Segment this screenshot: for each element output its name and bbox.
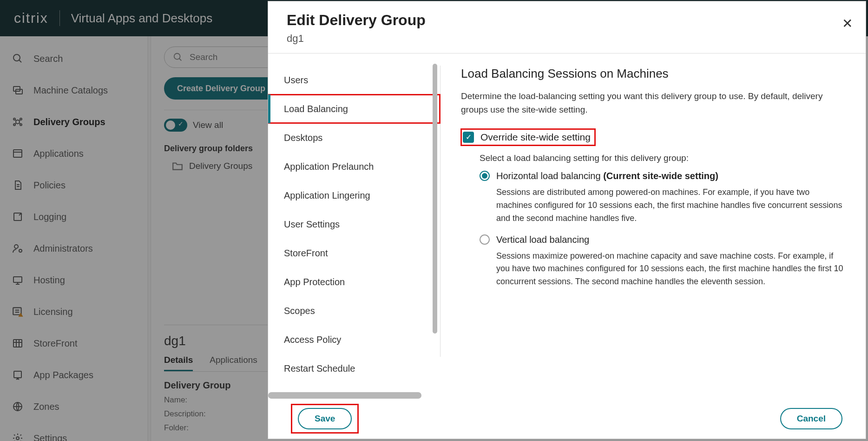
- content-heading: Load Balancing Sessions on Machines: [461, 67, 844, 81]
- dialog-nav-horizontal-scrollbar[interactable]: [268, 392, 421, 399]
- dialog-subtitle: dg1: [287, 33, 847, 45]
- radio-unselected-icon: [480, 234, 490, 245]
- override-site-wide-checkbox-row[interactable]: ✓ Override site-wide setting: [461, 129, 595, 146]
- dialog-nav-users[interactable]: Users: [268, 66, 440, 94]
- radio-horizontal[interactable]: Horizontal load balancing (Current site-…: [480, 171, 844, 181]
- dialog-nav-storefront[interactable]: StoreFront: [268, 239, 440, 267]
- radio-vertical-desc: Sessions maximize powered-on machine cap…: [496, 250, 844, 289]
- dialog-nav-scrollbar[interactable]: [433, 64, 437, 334]
- cancel-button[interactable]: Cancel: [780, 408, 842, 429]
- dialog-content: Load Balancing Sessions on Machines Dete…: [441, 53, 866, 399]
- dialog-header: Edit Delivery Group dg1 ✕: [268, 1, 866, 53]
- content-description: Determine the load-balancing setting you…: [461, 89, 844, 117]
- radio-vertical-label: Vertical load balancing: [496, 234, 589, 245]
- checkbox-checked-icon: ✓: [463, 132, 474, 143]
- radio-selected-icon: [480, 171, 490, 181]
- dialog-title: Edit Delivery Group: [287, 12, 847, 29]
- dialog-nav-user-settings[interactable]: User Settings: [268, 210, 440, 239]
- dialog-nav: Users Load Balancing Desktops Applicatio…: [268, 53, 440, 399]
- close-icon[interactable]: ✕: [842, 17, 853, 30]
- dialog-nav-app-prelaunch[interactable]: Application Prelaunch: [268, 152, 440, 181]
- radio-horizontal-block: Horizontal load balancing (Current site-…: [480, 171, 844, 225]
- radio-vertical[interactable]: Vertical load balancing: [480, 234, 844, 245]
- save-button[interactable]: Save: [298, 408, 352, 429]
- dialog-nav-app-protection[interactable]: App Protection: [268, 267, 440, 296]
- dialog-nav-desktops[interactable]: Desktops: [268, 123, 440, 152]
- dialog-nav-scopes[interactable]: Scopes: [268, 296, 440, 325]
- dialog-nav-load-balancing[interactable]: Load Balancing: [268, 94, 440, 123]
- radio-horizontal-desc: Sessions are distributed among powered-o…: [496, 186, 844, 225]
- dialog-nav-restart-schedule[interactable]: Restart Schedule: [268, 354, 440, 383]
- edit-delivery-group-dialog: Edit Delivery Group dg1 ✕ Users Load Bal…: [268, 1, 866, 439]
- radio-horizontal-label: Horizontal load balancing (Current site-…: [496, 171, 718, 181]
- override-label: Override site-wide setting: [480, 132, 591, 143]
- dialog-footer: Save Cancel: [268, 399, 866, 439]
- dialog-nav-access-policy[interactable]: Access Policy: [268, 325, 440, 354]
- dialog-nav-app-lingering[interactable]: Application Lingering: [268, 181, 440, 210]
- radio-vertical-block: Vertical load balancing Sessions maximiz…: [480, 234, 844, 289]
- save-button-highlight: Save: [291, 404, 358, 433]
- select-help-text: Select a load balancing setting for this…: [480, 153, 844, 163]
